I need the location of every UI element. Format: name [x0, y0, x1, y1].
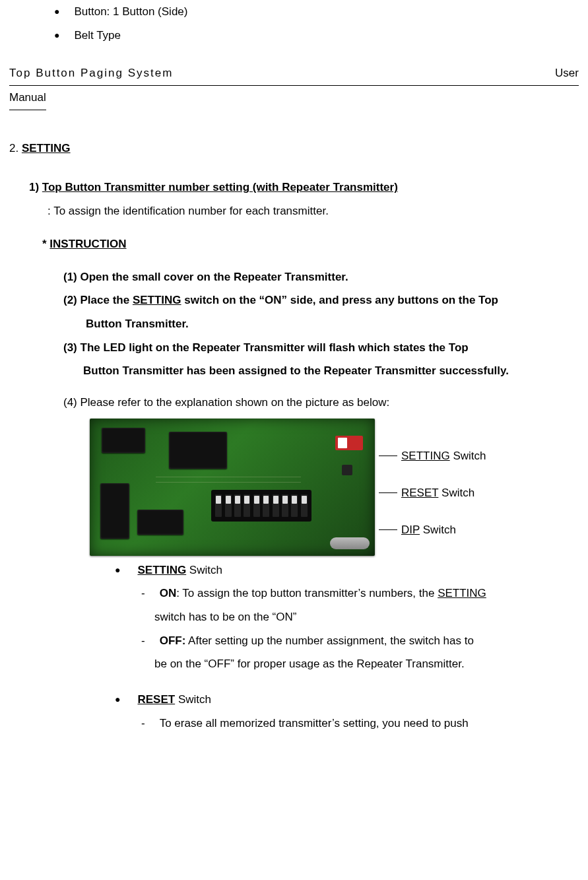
- list-item: ● RESET Switch: [115, 688, 579, 712]
- label-dip-u: DIP: [401, 524, 420, 536]
- bullet-icon: ●: [54, 24, 59, 47]
- subsection-number: 1): [29, 181, 42, 193]
- list-item: ● Belt Type: [54, 24, 579, 48]
- on-cont: switch has to be on the “ON”: [154, 605, 579, 629]
- steps-block: (1) Open the small cover on the Repeater…: [63, 265, 579, 415]
- on-label: ON: [160, 587, 177, 599]
- label-reset-rest: Switch: [438, 487, 474, 499]
- subsection-title: Top Button Transmitter number setting (w…: [42, 181, 398, 193]
- off-cont: be on the “OFF” for proper usage as the …: [154, 652, 579, 676]
- instruction-title: INSTRUCTION: [49, 238, 126, 250]
- dash-list: - ON: To assign the top button transmitt…: [141, 582, 579, 605]
- subsection-heading: 1) Top Button Transmitter number setting…: [29, 176, 579, 199]
- label-setting-u: SETTING: [401, 450, 450, 462]
- dash-item-reset: - To erase all memorized transmitter’s s…: [141, 712, 579, 735]
- reset-switch-graphic: [342, 465, 352, 475]
- header-right: User: [555, 61, 579, 85]
- on-text-a: : To assign the top button transmitter’s…: [176, 587, 438, 599]
- figure: SETTING Switch RESET Switch DIP Switch: [90, 419, 579, 556]
- section-heading: 2. SETTING: [9, 137, 579, 160]
- section-number: 2.: [9, 142, 22, 154]
- detail-list: ● SETTING Switch: [115, 558, 579, 582]
- leader-line-icon: [379, 456, 397, 456]
- header-left: Top Button Paging System: [9, 61, 173, 85]
- step-2-setting: SETTING: [133, 294, 181, 306]
- step-1: (1) Open the small cover on the Repeater…: [63, 265, 579, 289]
- bullet-text: Belt Type: [74, 24, 121, 48]
- reset-text: To erase all memorized transmitter’s set…: [160, 712, 579, 735]
- dash-list: - To erase all memorized transmitter’s s…: [141, 712, 579, 735]
- list-item: ● SETTING Switch: [115, 558, 579, 582]
- off-label: OFF:: [160, 634, 186, 647]
- off-text-a: After setting up the number assignment, …: [185, 634, 474, 647]
- detail-setting-rest: Switch: [186, 564, 222, 576]
- step-3: (3) The LED light on the Repeater Transm…: [63, 336, 579, 360]
- instruction-star: *: [42, 238, 49, 250]
- pcb-illustration: [90, 419, 375, 556]
- section-title: SETTING: [22, 142, 71, 154]
- dash-item-on: - ON: To assign the top button transmitt…: [141, 582, 579, 605]
- instruction-heading: * INSTRUCTION: [42, 232, 579, 256]
- label-dip-rest: Switch: [420, 524, 456, 536]
- leader-line-icon: [379, 492, 397, 493]
- detail-reset-rest: Switch: [175, 693, 211, 706]
- dash-icon: -: [141, 629, 145, 653]
- dash-item-off: - OFF: After setting up the number assig…: [141, 629, 579, 653]
- bullet-icon: ●: [115, 558, 120, 582]
- bullet-text: Button: 1 Button (Side): [74, 0, 187, 24]
- header-below: Manual: [9, 86, 46, 110]
- step-4: (4) Please refer to the explanation show…: [63, 391, 579, 415]
- label-reset-u: RESET: [401, 487, 438, 499]
- label-dip: DIP Switch: [379, 518, 486, 542]
- list-item: ● Button: 1 Button (Side): [54, 0, 579, 24]
- step-2-a: (2) Place the: [63, 294, 133, 306]
- bullet-icon: ●: [115, 688, 120, 712]
- subsection-desc: : To assign the identification number fo…: [48, 199, 579, 223]
- dip-switch-graphic: [211, 490, 311, 522]
- detail-list: ● RESET Switch: [115, 688, 579, 712]
- step-2: (2) Place the SETTING switch on the “ON”…: [63, 288, 579, 312]
- detail-reset-u: RESET: [137, 693, 175, 706]
- on-setting-word: SETTING: [438, 587, 486, 599]
- dash-list: - OFF: After setting up the number assig…: [141, 629, 579, 653]
- dash-icon: -: [141, 582, 145, 605]
- dash-icon: -: [141, 712, 145, 735]
- page-header-line: Top Button Paging System User: [9, 61, 579, 86]
- leader-line-icon: [379, 529, 397, 530]
- figure-labels: SETTING Switch RESET Switch DIP Switch: [379, 444, 486, 542]
- label-setting: SETTING Switch: [379, 444, 486, 468]
- label-setting-rest: Switch: [450, 450, 486, 462]
- step-3-cont: Button Transmitter has been assigned to …: [83, 359, 579, 383]
- label-reset: RESET Switch: [379, 481, 486, 505]
- step-2-cont: Button Transmitter.: [86, 312, 579, 336]
- step-2-c: switch on the “ON” side, and press any b…: [181, 294, 498, 306]
- top-bullet-list: ● Button: 1 Button (Side) ● Belt Type: [54, 0, 579, 47]
- detail-setting-u: SETTING: [137, 564, 186, 576]
- setting-switch-graphic: [335, 436, 363, 450]
- bullet-icon: ●: [54, 0, 59, 23]
